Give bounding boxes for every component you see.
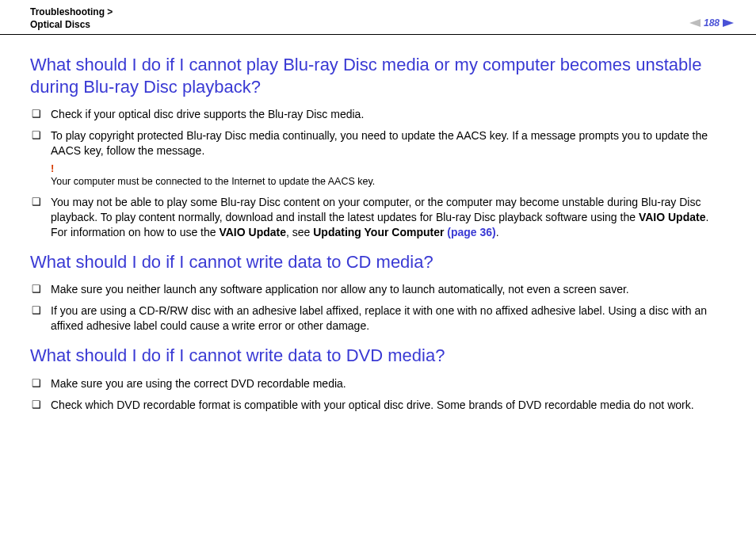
list-item: To play copyright protected Blu-ray Disc… (30, 128, 726, 189)
page-header: Troubleshooting > Optical Discs 188 (0, 0, 756, 35)
list-item: Check if your optical disc drive support… (30, 107, 726, 122)
list-item-text: For information on how to use the (51, 226, 219, 238)
list-item-text: . (496, 226, 499, 238)
note-text: Your computer must be connected to the I… (51, 175, 726, 189)
section-heading: What should I do if I cannot play Blu-ra… (30, 54, 726, 97)
bullet-list: Make sure you neither launch any softwar… (30, 282, 726, 334)
list-item-text: Check if your optical disc drive support… (51, 108, 364, 120)
section-heading: What should I do if I cannot write data … (30, 251, 726, 273)
list-item-text: Make sure you neither launch any softwar… (51, 283, 629, 296)
list-item-text: If you are using a CD-R/RW disc with an … (51, 304, 707, 332)
breadcrumb: Troubleshooting > Optical Discs (30, 6, 113, 31)
list-item-text: . (705, 211, 708, 223)
list-item-text: Make sure you are using the correct DVD … (51, 377, 346, 390)
bold-text: VAIO Update (219, 226, 286, 238)
breadcrumb-sub: Optical Discs (30, 19, 90, 30)
page-number: 188 (704, 17, 720, 29)
page-content: What should I do if I cannot play Blu-ra… (0, 35, 756, 412)
breadcrumb-section: Troubleshooting > (30, 6, 113, 17)
list-item: Check which DVD recordable format is com… (30, 398, 726, 413)
page-link[interactable]: (page 36) (447, 226, 495, 238)
page-number-nav: 188 (689, 17, 734, 29)
list-item-text: Check which DVD recordable format is com… (51, 399, 694, 411)
list-item-text: To play copyright protected Blu-ray Disc… (51, 129, 708, 157)
bold-text: Updating Your Computer (313, 226, 447, 238)
list-item: Make sure you are using the correct DVD … (30, 376, 726, 391)
list-item-text: , see (286, 226, 313, 238)
list-item-text: You may not be able to play some Blu-ray… (51, 196, 701, 223)
section-heading: What should I do if I cannot write data … (30, 345, 726, 367)
bullet-list: Check if your optical disc drive support… (30, 107, 726, 240)
warning-icon: ! (51, 162, 726, 176)
list-item: You may not be able to play some Blu-ray… (30, 195, 726, 240)
prev-page-icon[interactable] (689, 19, 701, 27)
bold-text: VAIO Update (639, 211, 706, 223)
list-item: If you are using a CD-R/RW disc with an … (30, 303, 726, 334)
bullet-list: Make sure you are using the correct DVD … (30, 376, 726, 413)
list-item: Make sure you neither launch any softwar… (30, 282, 726, 297)
next-page-icon[interactable] (723, 19, 734, 27)
